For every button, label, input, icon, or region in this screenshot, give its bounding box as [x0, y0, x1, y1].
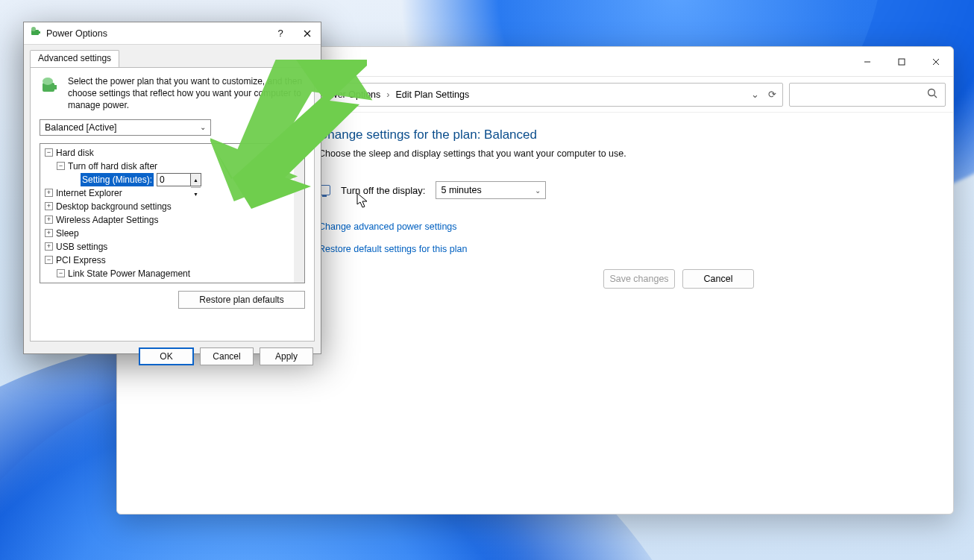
select-value: 5 minutes — [441, 185, 481, 195]
power-options-dialog: Power Options ? Advanced settings Select… — [23, 22, 321, 354]
expand-icon[interactable]: + — [45, 215, 53, 224]
settings-tree: −Hard disk −Turn off hard disk after Set… — [40, 143, 305, 283]
tree-item-turn-off-hard-disk[interactable]: −Turn off hard disk after — [42, 160, 292, 173]
setting-minutes-input[interactable] — [157, 174, 190, 186]
svg-point-8 — [31, 27, 36, 31]
spinner-up-icon[interactable]: ▲ — [191, 174, 201, 188]
svg-point-4 — [929, 89, 935, 95]
tree-scrollbar[interactable] — [294, 144, 304, 283]
chevron-down-icon[interactable]: ⌄ — [751, 89, 759, 100]
tree-item-desktop-background[interactable]: +Desktop background settings — [42, 200, 292, 213]
refresh-icon[interactable]: ⟳ — [768, 89, 776, 100]
collapse-icon[interactable]: − — [57, 162, 65, 170]
tree-item-pci-setting[interactable]: Setting: Off — [42, 280, 292, 283]
chevron-down-icon: ⌄ — [200, 123, 206, 131]
cancel-button[interactable]: Cancel — [200, 347, 254, 365]
close-button[interactable] — [294, 22, 321, 45]
cancel-button[interactable]: Cancel — [682, 269, 754, 289]
tab-advanced-settings[interactable]: Advanced settings — [30, 50, 119, 68]
tree-item-pci-express[interactable]: −PCI Express — [42, 254, 292, 267]
battery-icon — [30, 26, 42, 40]
tree-item-sleep[interactable]: +Sleep — [42, 227, 292, 240]
expand-icon[interactable]: + — [45, 189, 53, 197]
change-advanced-link[interactable]: Change advanced power settings — [318, 221, 953, 232]
tree-item-internet-explorer[interactable]: +Internet Explorer — [42, 186, 292, 200]
setting-minutes-spinner[interactable]: ▲▼ — [157, 173, 201, 186]
setting-minutes-label: Setting (Minutes): — [81, 173, 154, 186]
svg-point-13 — [43, 78, 53, 85]
tree-item-setting-minutes[interactable]: Setting (Minutes): ▲▼ — [42, 173, 292, 186]
close-button[interactable] — [919, 47, 953, 77]
power-icon — [40, 75, 60, 96]
help-button[interactable]: ? — [267, 22, 294, 45]
restore-defaults-link[interactable]: Restore default settings for this plan — [318, 244, 953, 254]
select-value: Balanced [Active] — [45, 122, 117, 133]
tree-item-hard-disk[interactable]: −Hard disk — [42, 146, 292, 160]
power-plan-select[interactable]: Balanced [Active] ⌄ — [40, 119, 211, 136]
collapse-icon[interactable]: − — [45, 256, 53, 264]
expand-icon[interactable]: + — [45, 242, 53, 251]
chevron-right-icon: › — [386, 89, 389, 100]
tree-item-wireless-adapter[interactable]: +Wireless Adapter Settings — [42, 213, 292, 227]
expand-icon[interactable]: + — [45, 229, 53, 237]
svg-line-5 — [934, 95, 937, 98]
dialog-title: Power Options — [46, 28, 267, 39]
search-icon — [927, 88, 937, 101]
dialog-description: Select the power plan that you want to c… — [68, 75, 305, 112]
collapse-icon[interactable]: − — [57, 269, 65, 277]
pci-setting-value[interactable]: Off — [113, 280, 125, 283]
search-box[interactable] — [789, 83, 946, 107]
page-subtitle: Choose the sleep and display settings th… — [318, 148, 953, 159]
apply-button[interactable]: Apply — [260, 347, 313, 365]
dialog-titlebar[interactable]: Power Options ? — [24, 22, 321, 45]
ok-button[interactable]: OK — [139, 347, 194, 365]
restore-plan-defaults-button[interactable]: Restore plan defaults — [178, 291, 305, 309]
svg-rect-1 — [899, 59, 905, 65]
minimize-button[interactable] — [850, 47, 885, 77]
collapse-icon[interactable]: − — [45, 148, 53, 157]
breadcrumb-item[interactable]: Edit Plan Settings — [395, 89, 469, 100]
turn-off-display-label: Turn off the display: — [341, 185, 425, 196]
turn-off-display-select[interactable]: 5 minutes ⌄ — [436, 181, 546, 199]
breadcrumb-item[interactable]: Power Options — [319, 89, 380, 100]
maximize-button[interactable] — [885, 47, 919, 77]
expand-icon[interactable]: + — [45, 202, 53, 210]
svg-rect-7 — [39, 31, 40, 34]
pci-setting-label: Setting: — [81, 280, 111, 283]
svg-rect-12 — [54, 85, 57, 89]
page-title: Change settings for the plan: Balanced — [318, 128, 953, 142]
tree-item-usb-settings[interactable]: +USB settings — [42, 240, 292, 254]
tree-item-link-state[interactable]: −Link State Power Management — [42, 267, 292, 280]
save-changes-button[interactable]: Save changes — [603, 269, 675, 289]
chevron-down-icon: ⌄ — [535, 186, 541, 195]
spinner-down-icon[interactable]: ▼ — [191, 188, 201, 201]
